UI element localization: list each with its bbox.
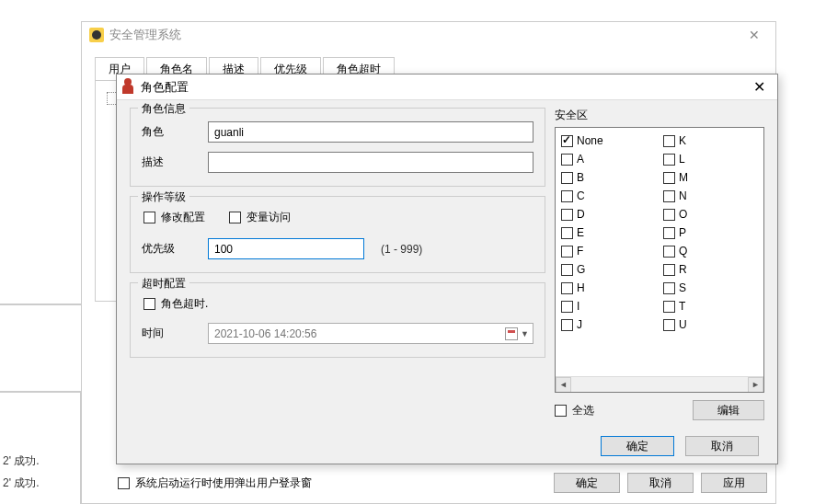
checkbox-icon[interactable] bbox=[561, 264, 573, 276]
zone-item-o[interactable]: O bbox=[663, 205, 758, 223]
dialog-ok-button[interactable]: 确定 bbox=[601, 436, 674, 456]
main-cancel-label: 取消 bbox=[649, 475, 671, 491]
checkbox-icon[interactable] bbox=[663, 135, 675, 147]
zone-item-u[interactable]: U bbox=[663, 315, 758, 334]
time-picker[interactable]: 2021-10-06 14:20:56 ▼ bbox=[208, 323, 533, 344]
scroll-left-button[interactable]: ◄ bbox=[556, 377, 571, 393]
zone-item-t[interactable]: T bbox=[663, 297, 758, 315]
security-zone-label: 安全区 bbox=[555, 108, 764, 123]
checkbox-icon[interactable] bbox=[229, 212, 241, 223]
checkbox-icon[interactable] bbox=[561, 319, 573, 331]
zone-item-p[interactable]: P bbox=[663, 223, 758, 242]
dialog-ok-label: 确定 bbox=[626, 439, 648, 454]
priority-input[interactable] bbox=[208, 238, 364, 259]
calendar-icon[interactable] bbox=[505, 327, 518, 340]
checkbox-icon[interactable] bbox=[663, 264, 675, 276]
checkbox-icon[interactable] bbox=[143, 212, 155, 223]
main-apply-button[interactable]: 应用 bbox=[701, 473, 767, 493]
main-ok-button[interactable]: 确定 bbox=[554, 473, 620, 493]
checkbox-icon[interactable] bbox=[561, 209, 573, 221]
checkbox-icon[interactable] bbox=[663, 246, 675, 258]
scroll-right-button[interactable]: ► bbox=[748, 377, 763, 393]
checkbox-icon[interactable] bbox=[561, 172, 573, 184]
log-area: 2' 成功. 2' 成功. bbox=[0, 391, 81, 504]
zone-item-r[interactable]: R bbox=[663, 260, 758, 279]
checkbox-icon[interactable] bbox=[555, 405, 567, 417]
zone-item-e[interactable]: E bbox=[561, 223, 656, 242]
checkbox-icon[interactable] bbox=[663, 209, 675, 221]
dialog-cancel-button[interactable]: 取消 bbox=[685, 436, 759, 456]
checkbox-icon[interactable] bbox=[663, 301, 675, 313]
checkbox-icon[interactable] bbox=[663, 154, 675, 166]
select-all-checkbox[interactable]: 全选 bbox=[555, 403, 685, 418]
main-close-button[interactable]: ✕ bbox=[740, 28, 768, 42]
dialog-cancel-label: 取消 bbox=[711, 439, 733, 454]
role-icon bbox=[122, 81, 135, 94]
main-titlebar: 安全管理系统 ✕ bbox=[82, 22, 775, 48]
zone-label: K bbox=[679, 134, 686, 147]
checkbox-icon[interactable] bbox=[118, 477, 130, 489]
time-label: 时间 bbox=[142, 326, 201, 341]
zone-item-s[interactable]: S bbox=[663, 279, 758, 297]
horizontal-scrollbar[interactable]: ◄ ► bbox=[556, 376, 763, 392]
checkbox-icon[interactable] bbox=[561, 190, 573, 202]
zone-item-a[interactable]: A bbox=[561, 150, 656, 168]
checkbox-icon[interactable] bbox=[143, 298, 155, 310]
checkbox-icon[interactable] bbox=[561, 246, 573, 258]
checkbox-icon[interactable] bbox=[663, 227, 675, 239]
var-access-checkbox[interactable]: 变量访问 bbox=[229, 210, 291, 225]
zone-item-d[interactable]: D bbox=[561, 205, 656, 223]
zone-label: C bbox=[577, 189, 585, 202]
zone-item-q[interactable]: Q bbox=[663, 242, 758, 260]
zone-item-i[interactable]: I bbox=[561, 297, 656, 315]
zone-label: J bbox=[577, 318, 582, 331]
checkbox-icon[interactable] bbox=[663, 172, 675, 184]
zone-item-g[interactable]: G bbox=[561, 260, 656, 279]
zone-label: N bbox=[679, 189, 687, 202]
role-input[interactable] bbox=[208, 121, 533, 143]
zone-label: S bbox=[679, 281, 686, 294]
desc-input[interactable] bbox=[208, 152, 533, 173]
role-label: 角色 bbox=[142, 124, 201, 140]
zone-label: I bbox=[577, 300, 579, 313]
zone-label: Q bbox=[679, 245, 687, 258]
zone-label: E bbox=[577, 226, 584, 239]
zone-item-b[interactable]: B bbox=[561, 168, 656, 187]
startup-login-checkbox[interactable]: 系统启动运行时使用弹出用户登录窗 bbox=[118, 475, 546, 491]
edit-label: 编辑 bbox=[717, 403, 740, 418]
scroll-track[interactable] bbox=[571, 377, 748, 393]
zone-item-l[interactable]: L bbox=[663, 150, 758, 168]
zone-label: None bbox=[577, 134, 603, 147]
role-timeout-checkbox[interactable]: 角色超时. bbox=[142, 296, 533, 312]
checkbox-icon[interactable] bbox=[561, 301, 573, 313]
chevron-down-icon[interactable]: ▼ bbox=[521, 329, 529, 338]
checkbox-icon[interactable] bbox=[561, 282, 573, 294]
checkbox-icon[interactable] bbox=[561, 227, 573, 239]
dialog-title: 角色配置 bbox=[141, 79, 746, 96]
zone-label: L bbox=[679, 153, 685, 166]
modify-config-checkbox[interactable]: 修改配置 bbox=[143, 210, 205, 225]
dialog-body: 角色信息 角色 描述 操作等级 修改配置 bbox=[117, 100, 777, 428]
edit-button[interactable]: 编辑 bbox=[693, 400, 764, 420]
group-role-info-legend: 角色信息 bbox=[138, 101, 189, 117]
zone-item-none[interactable]: None bbox=[561, 132, 656, 150]
zone-item-j[interactable]: J bbox=[561, 315, 656, 334]
zone-item-f[interactable]: F bbox=[561, 242, 656, 260]
zone-item-h[interactable]: H bbox=[561, 279, 656, 297]
zone-label: F bbox=[577, 245, 583, 258]
main-cancel-button[interactable]: 取消 bbox=[627, 473, 694, 493]
main-apply-label: 应用 bbox=[723, 475, 745, 491]
zone-label: B bbox=[577, 171, 584, 184]
checkbox-icon[interactable] bbox=[663, 319, 675, 331]
zone-item-c[interactable]: C bbox=[561, 187, 656, 205]
checkbox-icon[interactable] bbox=[663, 190, 675, 202]
checkbox-icon[interactable] bbox=[663, 282, 675, 294]
group-timeout-legend: 超时配置 bbox=[138, 276, 189, 292]
security-zone-list[interactable]: NoneKALBMCNDOEPFQGRHSITJU ◄ ► bbox=[555, 127, 764, 393]
zone-item-m[interactable]: M bbox=[663, 168, 758, 187]
zone-item-n[interactable]: N bbox=[663, 187, 758, 205]
dialog-close-button[interactable]: ✕ bbox=[746, 78, 772, 96]
zone-item-k[interactable]: K bbox=[663, 132, 758, 150]
checkbox-icon[interactable] bbox=[561, 135, 573, 147]
checkbox-icon[interactable] bbox=[561, 154, 573, 166]
